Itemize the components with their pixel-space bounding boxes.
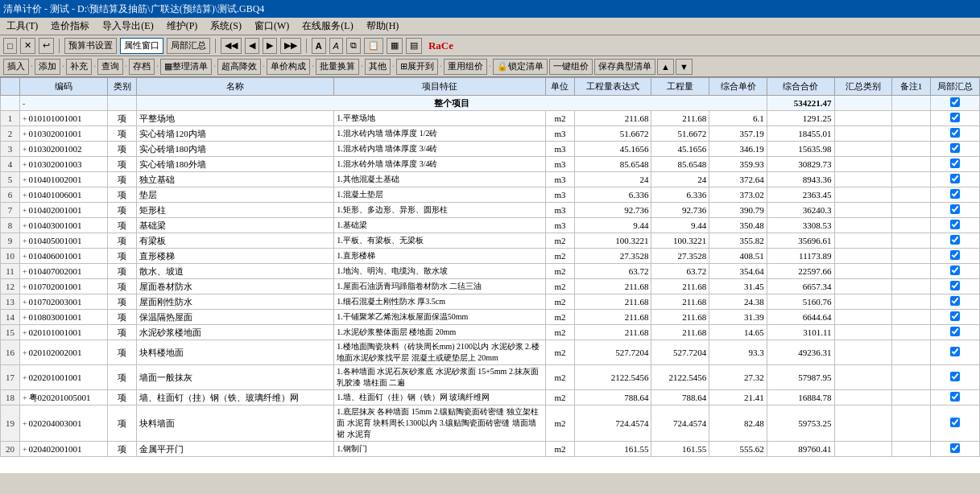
total-local[interactable] [930,96,979,111]
row-code[interactable]: +010803001001 [19,310,108,325]
row-formula[interactable]: 211.68 [574,325,651,340]
icon5-btn[interactable]: ▦ [387,38,403,54]
row-local[interactable] [930,233,979,249]
row-formula[interactable]: 161.55 [574,442,651,457]
row-formula[interactable]: 211.68 [574,111,651,126]
row-local[interactable] [930,340,979,365]
row-formula[interactable]: 527.7204 [574,340,651,365]
row-code[interactable]: +010403001001 [19,218,108,233]
row-formula[interactable]: 92.736 [574,203,651,218]
row-formula[interactable]: 27.3528 [574,249,651,264]
row-code[interactable]: +粤020201005001 [19,390,108,405]
down-btn[interactable]: ▼ [676,59,693,75]
row-code[interactable]: +010407002001 [19,264,108,279]
row-code[interactable]: +010101001001 [19,111,108,126]
row-code[interactable]: +020402001001 [19,442,108,457]
query-btn[interactable]: 查询 [97,59,123,75]
paste-btn[interactable]: 📋 [364,38,383,54]
reuse-group-btn[interactable]: 重用组价 [444,59,487,75]
row-local[interactable] [930,111,979,126]
nav-next-btn[interactable]: ▶ [263,38,277,54]
row-code[interactable]: +010401002001 [19,172,108,187]
row-local[interactable] [930,142,979,157]
row-formula[interactable]: 45.1656 [574,142,651,157]
row-local[interactable] [930,157,979,172]
row-formula[interactable]: 211.68 [574,294,651,310]
lock-list-btn[interactable]: 🔒 锁定清单 [493,59,548,75]
menu-import[interactable]: 导入导出(E) [99,19,156,34]
nav-last-btn[interactable]: ▶▶ [280,38,301,54]
row-formula[interactable]: 211.68 [574,310,651,325]
copy-btn[interactable]: ⧉ [346,38,361,54]
row-local[interactable] [930,442,979,457]
row-local[interactable] [930,405,979,442]
insert-btn[interactable]: 插入 [3,59,29,75]
nav-prev-btn[interactable]: ◀ [245,38,259,54]
menu-help[interactable]: 帮助(H) [363,19,403,34]
row-formula[interactable]: 100.3221 [574,233,651,249]
save-typical-btn[interactable]: 保存典型清单 [594,59,655,75]
row-formula[interactable]: 63.72 [574,264,651,279]
supplement-btn[interactable]: 补充 [66,59,92,75]
row-code[interactable]: +010302001001 [19,126,108,142]
height-deduction-btn[interactable]: 超高降效 [217,59,261,75]
budget-settings-btn[interactable]: 预算书设置 [64,38,117,54]
row-code[interactable]: +010702001001 [19,279,108,294]
row-code[interactable]: +010302001003 [19,157,108,172]
menu-cost[interactable]: 造价指标 [48,19,93,34]
menu-system[interactable]: 系统(S) [207,19,245,34]
row-formula[interactable]: 51.6672 [574,126,651,142]
row-local[interactable] [930,365,979,390]
row-code[interactable]: +020201001001 [19,365,108,390]
row-local[interactable] [930,325,979,340]
new-btn[interactable]: □ [3,38,17,54]
row-formula[interactable]: 724.4574 [574,405,651,442]
expand-to-btn[interactable]: ⊞ 展开到 [396,59,438,75]
archive-btn[interactable]: 存档 [129,59,155,75]
row-local[interactable] [930,218,979,233]
row-local[interactable] [930,390,979,405]
row-code[interactable]: +010702003001 [19,294,108,310]
row-code[interactable]: +010401006001 [19,187,108,203]
row-code[interactable]: +010406001001 [19,249,108,264]
close-btn[interactable]: ✕ [20,38,35,54]
up-btn[interactable]: ▲ [657,59,674,75]
add-btn[interactable]: 添加 [35,59,60,75]
icon6-btn[interactable]: ▤ [406,38,422,54]
one-click-group-btn[interactable]: 一键组价 [549,59,593,75]
batch-convert-btn[interactable]: 批量换算 [316,59,359,75]
row-formula[interactable]: 211.68 [574,279,651,294]
row-local[interactable] [930,187,979,203]
row-formula[interactable]: 9.44 [574,218,651,233]
row-formula[interactable]: 788.64 [574,390,651,405]
nav-first-btn[interactable]: ◀◀ [221,38,242,54]
row-code[interactable]: +020101001001 [19,325,108,340]
local-summary-btn[interactable]: 局部汇总 [167,38,210,54]
organize-btn[interactable]: ▦ 整理清单 [160,59,212,75]
properties-btn[interactable]: 属性窗口 [120,38,163,54]
row-local[interactable] [930,294,979,310]
undo-btn[interactable]: ↩ [39,38,54,54]
row-formula[interactable]: 2122.5456 [574,365,651,390]
row-formula[interactable]: 85.6548 [574,157,651,172]
menu-maintain[interactable]: 维护(P) [163,19,201,34]
row-local[interactable] [930,126,979,142]
row-formula[interactable]: 24 [574,172,651,187]
row-code[interactable]: +020204003001 [19,405,108,442]
row-code[interactable]: +010302001002 [19,142,108,157]
unit-price-composition-btn[interactable]: 单价构成 [267,59,310,75]
row-local[interactable] [930,203,979,218]
row-local[interactable] [930,264,979,279]
other-btn[interactable]: 其他 [365,59,391,75]
row-local[interactable] [930,310,979,325]
menu-window[interactable]: 窗口(W) [251,19,292,34]
font-italic-btn[interactable]: A [329,38,343,54]
menu-tools[interactable]: 工具(T) [3,19,41,34]
font-bold-btn[interactable]: A [312,38,326,54]
row-local[interactable] [930,172,979,187]
row-code[interactable]: +010402001001 [19,203,108,218]
row-local[interactable] [930,249,979,264]
row-code[interactable]: +020102002001 [19,340,108,365]
row-formula[interactable]: 6.336 [574,187,651,203]
row-code[interactable]: +010405001001 [19,233,108,249]
